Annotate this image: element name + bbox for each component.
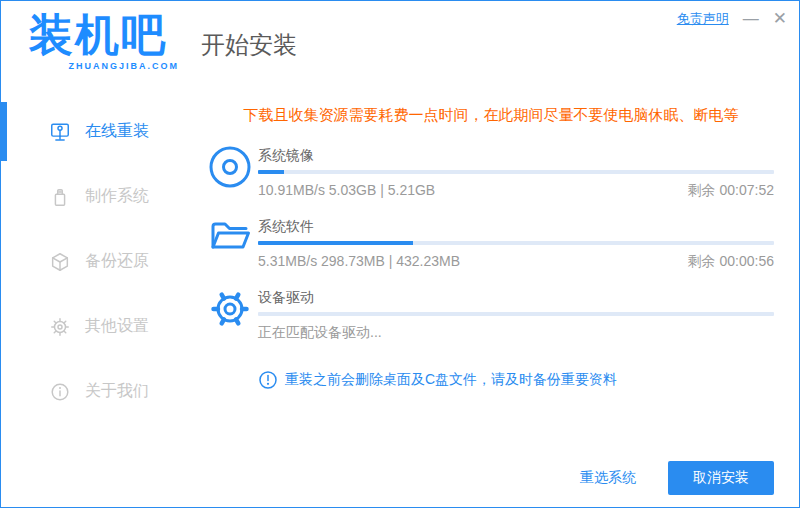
close-icon[interactable]: ✕ (773, 9, 787, 29)
task-row-system-software: 系统软件 5.31MB/s 298.73MB | 432.23MB 剩余 00:… (208, 216, 774, 271)
sidebar-item-other-settings[interactable]: 其他设置 (1, 294, 191, 359)
disclaimer-link[interactable]: 免责声明 (677, 10, 729, 28)
backup-tip: 重装之前会删除桌面及C盘文件，请及时备份重要资料 (208, 370, 774, 390)
task-speed-stats: 5.31MB/s 298.73MB | 432.23MB (258, 253, 460, 271)
sidebar-item-about-us[interactable]: 关于我们 (1, 359, 191, 424)
sidebar: 在线重装 制作系统 (1, 89, 191, 508)
task-speed-stats: 10.91MB/s 5.03GB | 5.21GB (258, 182, 435, 200)
progress-fill (258, 241, 413, 245)
backup-icon (49, 251, 71, 273)
disc-icon (208, 145, 252, 189)
gear-icon (208, 287, 252, 331)
main-panel: 下载且收集资源需要耗费一点时间，在此期间尽量不要使电脑休眠、断电等 系统镜像 (191, 89, 799, 508)
task-time-remaining: 剩余 00:07:52 (688, 182, 774, 200)
progress-fill (258, 170, 284, 174)
settings-icon (49, 316, 71, 338)
info-icon (49, 381, 71, 403)
task-row-system-image: 系统镜像 10.91MB/s 5.03GB | 5.21GB 剩余 00:07:… (208, 145, 774, 200)
app-logo-domain: ZHUANGJIBA.COM (29, 61, 179, 71)
progress-bar (258, 312, 774, 316)
folder-icon (208, 216, 252, 260)
task-list: 系统镜像 10.91MB/s 5.03GB | 5.21GB 剩余 00:07:… (208, 145, 774, 342)
sidebar-item-label: 其他设置 (85, 316, 149, 337)
sidebar-item-online-reinstall[interactable]: 在线重装 (1, 99, 191, 164)
task-name: 系统镜像 (258, 145, 774, 165)
sidebar-item-label: 制作系统 (85, 186, 149, 207)
progress-bar (258, 241, 774, 245)
download-warning-text: 下载且收集资源需要耗费一点时间，在此期间尽量不要使电脑休眠、断电等 (208, 106, 774, 125)
sidebar-item-backup-restore[interactable]: 备份还原 (1, 229, 191, 294)
sidebar-item-label: 备份还原 (85, 251, 149, 272)
page-title: 开始安装 (201, 29, 297, 61)
sidebar-item-make-system[interactable]: 制作系统 (1, 164, 191, 229)
alert-circle-icon (258, 370, 278, 390)
app-logo-text: 装机吧 (29, 11, 179, 59)
installer-window: 装机吧 ZHUANGJIBA.COM 开始安装 免责声明 — ✕ (0, 0, 800, 508)
task-name: 设备驱动 (258, 287, 774, 307)
sidebar-item-label: 关于我们 (85, 381, 149, 402)
task-name: 系统软件 (258, 216, 774, 236)
task-time-remaining: 剩余 00:00:56 (688, 253, 774, 271)
minimize-icon[interactable]: — (743, 9, 759, 29)
usb-icon (49, 186, 71, 208)
cancel-install-button[interactable]: 取消安装 (668, 461, 774, 495)
reselect-system-button[interactable]: 重选系统 (580, 469, 636, 487)
computer-icon (49, 121, 71, 143)
task-row-device-driver: 设备驱动 正在匹配设备驱动... (208, 287, 774, 342)
backup-tip-text: 重装之前会删除桌面及C盘文件，请及时备份重要资料 (285, 371, 617, 389)
titlebar: 装机吧 ZHUANGJIBA.COM 开始安装 免责声明 — ✕ (1, 1, 799, 89)
footer-actions: 重选系统 取消安装 (580, 461, 774, 495)
content-area: 在线重装 制作系统 (1, 89, 799, 508)
app-logo: 装机吧 ZHUANGJIBA.COM (29, 11, 179, 71)
window-controls: 免责声明 — ✕ (677, 9, 787, 29)
progress-bar (258, 170, 774, 174)
sidebar-item-label: 在线重装 (85, 121, 149, 142)
task-status-text: 正在匹配设备驱动... (258, 324, 382, 342)
